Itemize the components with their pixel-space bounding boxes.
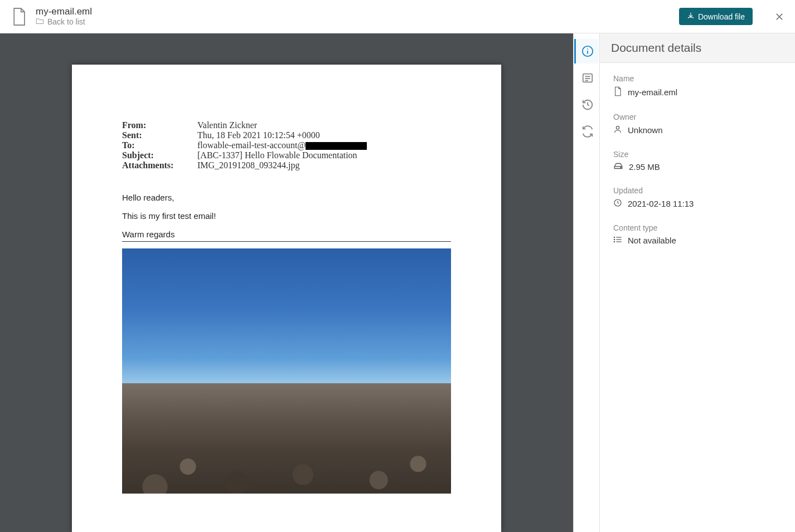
svg-point-14 (614, 237, 614, 237)
clock-icon (613, 198, 622, 209)
body-divider (122, 241, 451, 242)
from-value: Valentin Zickner (197, 120, 451, 130)
svg-point-7 (616, 126, 619, 129)
close-button[interactable] (773, 10, 786, 23)
svg-point-2 (587, 48, 588, 50)
field-size: Size 2.95 MB (613, 150, 782, 172)
body-line-3: Warm regards (122, 230, 451, 239)
contenttype-label: Content type (613, 223, 782, 232)
name-label: Name (613, 74, 782, 83)
size-label: Size (613, 150, 782, 159)
back-label: Back to list (47, 17, 85, 27)
attachment-image (122, 248, 451, 494)
svg-point-16 (614, 241, 614, 242)
rail-tab-list[interactable] (574, 66, 599, 90)
size-value: 2.95 MB (629, 162, 660, 172)
file-title: my-email.eml (36, 6, 92, 17)
owner-label: Owner (613, 113, 782, 121)
subject-label: Subject: (122, 150, 197, 160)
download-icon (687, 12, 695, 21)
owner-value: Unknown (628, 125, 663, 135)
email-body: Hello readers, This is my first test ema… (122, 193, 451, 494)
email-page: From: Valentin Zickner Sent: Thu, 18 Feb… (72, 65, 501, 532)
file-icon (9, 7, 29, 27)
field-name: Name my-email.eml (613, 74, 782, 98)
body-line-2: This is my first test email! (122, 211, 451, 221)
disk-icon (613, 162, 623, 172)
topbar: my-email.eml Back to list Download file (0, 0, 795, 33)
folder-icon (36, 17, 44, 27)
sent-label: Sent: (122, 130, 197, 140)
attachments-label: Attachments: (122, 160, 197, 170)
to-redacted (306, 142, 367, 150)
rail-tab-info[interactable] (574, 39, 599, 64)
document-preview-area: From: Valentin Zickner Sent: Thu, 18 Feb… (0, 33, 573, 532)
user-icon (613, 125, 622, 135)
title-stack: my-email.eml Back to list (36, 6, 92, 27)
attachments-value: IMG_20191208_093244.jpg (197, 160, 451, 170)
field-owner: Owner Unknown (613, 113, 782, 135)
updated-label: Updated (613, 186, 782, 195)
details-panel-title: Document details (600, 33, 795, 63)
name-value: my-email.eml (628, 87, 677, 97)
contenttype-value: Not available (628, 236, 676, 245)
back-to-list-link[interactable]: Back to list (36, 17, 92, 27)
field-contenttype: Content type Not available (613, 223, 782, 245)
list-icon (613, 236, 622, 245)
email-headers: From: Valentin Zickner Sent: Thu, 18 Feb… (122, 120, 451, 170)
rail-tab-refresh[interactable] (574, 119, 599, 144)
file-icon (613, 86, 622, 98)
subject-value: [ABC-1337] Hello Flowable Documentation (197, 150, 451, 160)
sent-value: Thu, 18 Feb 2021 10:12:54 +0000 (197, 130, 451, 140)
updated-value: 2021-02-18 11:13 (628, 199, 694, 208)
to-visible: flowable-email-test-account@ (197, 140, 306, 150)
download-file-button[interactable]: Download file (679, 8, 753, 25)
svg-point-9 (621, 167, 621, 168)
download-label: Download file (698, 12, 745, 21)
rail-tab-history[interactable] (574, 92, 599, 117)
side-rail (573, 33, 600, 532)
body-line-1: Hello readers, (122, 193, 451, 202)
details-panel: Document details Name my-email.eml Owner (600, 33, 795, 532)
svg-point-15 (614, 239, 614, 240)
main-row: From: Valentin Zickner Sent: Thu, 18 Feb… (0, 33, 795, 532)
field-updated: Updated 2021-02-18 11:13 (613, 186, 782, 209)
to-value: flowable-email-test-account@ (197, 140, 451, 150)
to-label: To: (122, 140, 197, 150)
from-label: From: (122, 120, 197, 130)
